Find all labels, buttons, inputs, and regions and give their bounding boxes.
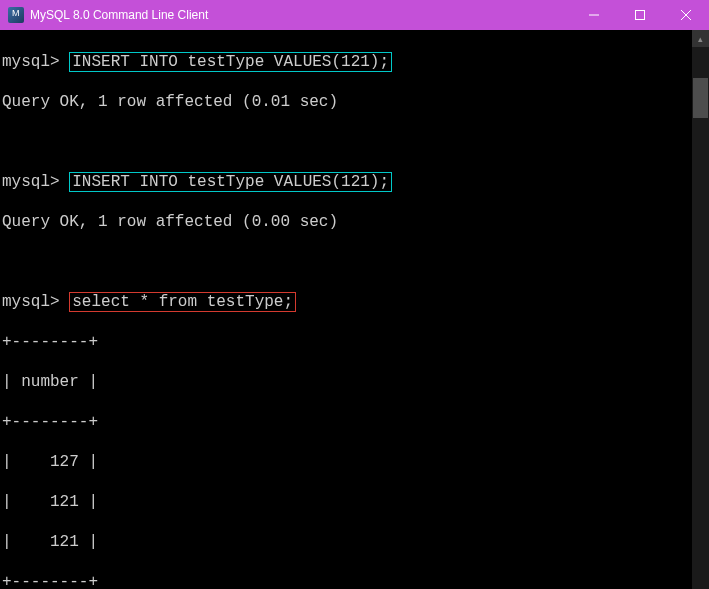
prompt: mysql> xyxy=(2,173,60,191)
table-row: | 121 | xyxy=(2,532,689,552)
vertical-scrollbar[interactable]: ▴ ▾ xyxy=(692,30,709,589)
sql-command: INSERT INTO testType VALUES(121); xyxy=(69,52,392,72)
table-row: | 121 | xyxy=(2,492,689,512)
prompt: mysql> xyxy=(2,53,60,71)
sql-command: select * from testType; xyxy=(69,292,296,312)
window-controls xyxy=(571,0,709,30)
result-line: Query OK, 1 row affected (0.01 sec) xyxy=(2,92,689,112)
close-icon xyxy=(681,10,691,20)
client-area: mysql> INSERT INTO testType VALUES(121);… xyxy=(0,30,709,589)
minimize-icon xyxy=(589,10,599,20)
app-window: MySQL 8.0 Command Line Client mysql> INS… xyxy=(0,0,709,589)
minimize-button[interactable] xyxy=(571,0,617,30)
table-row: | 127 | xyxy=(2,452,689,472)
prompt: mysql> xyxy=(2,293,60,311)
maximize-button[interactable] xyxy=(617,0,663,30)
scrollbar-thumb[interactable] xyxy=(693,78,708,118)
svg-rect-1 xyxy=(636,11,645,20)
maximize-icon xyxy=(635,10,645,20)
table-border: +--------+ xyxy=(2,412,689,432)
table-border: +--------+ xyxy=(2,572,689,589)
table-border: +--------+ xyxy=(2,332,689,352)
app-icon xyxy=(8,7,24,23)
scroll-up-button[interactable]: ▴ xyxy=(692,30,709,47)
window-title: MySQL 8.0 Command Line Client xyxy=(30,8,571,22)
table-header: | number | xyxy=(2,372,689,392)
sql-command: INSERT INTO testType VALUES(121); xyxy=(69,172,392,192)
titlebar[interactable]: MySQL 8.0 Command Line Client xyxy=(0,0,709,30)
result-line: Query OK, 1 row affected (0.00 sec) xyxy=(2,212,689,232)
terminal[interactable]: mysql> INSERT INTO testType VALUES(121);… xyxy=(2,32,689,589)
close-button[interactable] xyxy=(663,0,709,30)
